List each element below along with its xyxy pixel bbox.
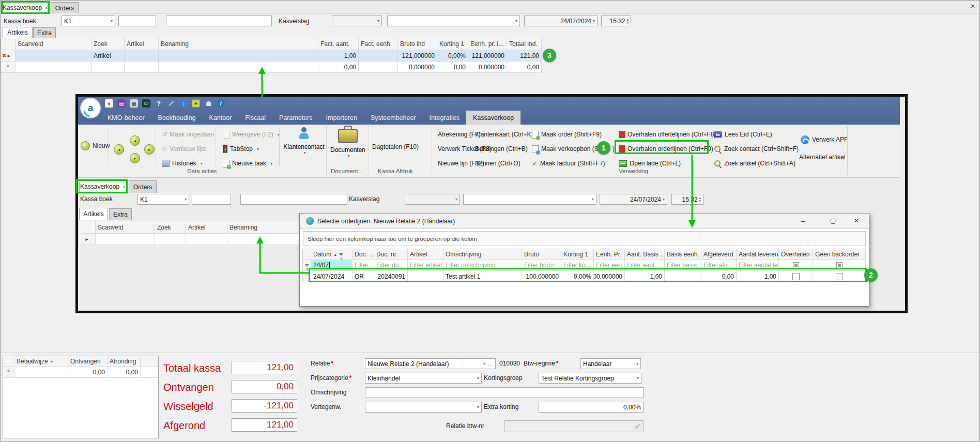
ribbon-betalingen[interactable]: Betalingen (Ctrl+B) <box>475 144 528 154</box>
inner-col-zoek[interactable]: Zoek <box>155 221 186 234</box>
menu-boekhouding[interactable]: Boekhouding <box>151 111 203 125</box>
ribbon-afrekening[interactable]: Afrekening (F7) <box>438 130 481 139</box>
dlg-col-omschrijving[interactable]: Omschrijving <box>443 249 522 260</box>
col-ontvangen[interactable]: Ontvangen <box>68 356 108 367</box>
ribbon-nieuwe-taak[interactable]: +Nieuwe taak▾ <box>223 159 272 168</box>
pay-row-betaalwijze[interactable] <box>14 367 68 378</box>
row2-scanveld[interactable] <box>16 62 91 73</box>
nav-first-button[interactable]: ◂ <box>114 144 124 155</box>
dlg-col-aantal-leveren[interactable]: Aantal leveren <box>737 249 779 260</box>
ribbon-overhalen-offerte[interactable]: Overhalen offertelijnen (Ctrl+F8) <box>619 130 716 139</box>
date-picker[interactable]: 24/07/2024 ▾ <box>524 16 598 26</box>
dlg-col-artikel[interactable]: Artikel <box>408 249 443 260</box>
relatie-select[interactable]: Nieuwe Relatie 2 (Handelaar) ▾ ... <box>365 358 496 369</box>
menu-kmo-beheer[interactable]: KMO-beheer <box>101 111 151 125</box>
archive-icon[interactable]: ▤ <box>117 99 126 108</box>
inner-row-scanveld[interactable] <box>96 234 155 245</box>
col-artikel[interactable]: Artikel <box>125 38 159 50</box>
inner-date-picker[interactable]: 24/07/2024▾ <box>600 194 667 205</box>
ribbon-bonnen[interactable]: Bonnen (Ctrl+O) <box>475 159 520 168</box>
inner-row-artikel[interactable] <box>186 234 227 245</box>
info-icon[interactable]: i <box>217 99 225 108</box>
ribbon-klantencontact[interactable]: Klantencontact ▾ <box>282 127 326 167</box>
kasverslag-select-2[interactable]: ▾ <box>387 16 520 26</box>
col-fact-aant[interactable]: Fact. aant. <box>318 38 359 50</box>
row1-totaal[interactable]: 121,00 <box>507 50 542 62</box>
ribbon-klantenkaart[interactable]: Klantenkaart (Ctrl+K) <box>475 130 533 139</box>
spin-down-icon[interactable]: ▾ <box>626 21 629 24</box>
inner-col-scanveld[interactable]: Scanveld <box>96 221 155 234</box>
menu-kassaverkoop[interactable]: Kassaverkoop <box>466 111 520 125</box>
row2-artikel[interactable] <box>125 62 159 73</box>
row2-bruto[interactable]: 0,000000 <box>398 62 437 73</box>
tools-icon[interactable] <box>167 99 175 108</box>
menu-parameters[interactable]: Parameters <box>272 111 319 125</box>
col-korting[interactable]: Korting 1 <box>437 38 468 50</box>
spin-down-icon[interactable]: ▾ <box>699 200 701 203</box>
kassa-field-1[interactable] <box>118 16 156 26</box>
row1-korting[interactable]: 0,00% <box>437 50 468 62</box>
inner-kassa-boek-select[interactable]: K1▾ <box>137 194 189 205</box>
menu-systeembeheer[interactable]: Systeembeheer <box>364 111 423 125</box>
menu-importeren[interactable]: Importeren <box>319 111 364 125</box>
row2-totaal[interactable]: 0,00 <box>507 62 542 73</box>
time-stepper[interactable]: 15:32 ▴▾ <box>601 16 631 26</box>
dlg-col-geen-backorder[interactable]: Geen backorder <box>813 249 866 260</box>
col-betaalwijze[interactable]: Betaalwijze▲ <box>14 356 68 367</box>
row1-artikel[interactable] <box>125 50 159 62</box>
btw-regime-select[interactable]: Handelaar ▾ <box>580 358 641 369</box>
dlg-col-overhalen[interactable]: Overhalen <box>779 249 813 260</box>
minimize-icon[interactable]: – <box>801 217 805 225</box>
dlg-col-aant-basis[interactable]: Aant. Basis ... <box>625 249 665 260</box>
nav-prev-button[interactable]: ◂ <box>130 135 140 146</box>
kortingsgroep-select[interactable]: Test Relatie Kortingsgroep ▾ <box>539 373 641 384</box>
dlg-col-korting[interactable]: Korting 1 <box>561 249 594 260</box>
calculator-icon[interactable]: ▦ <box>130 99 138 108</box>
menu-fiscaal[interactable]: Fiscaal <box>238 111 272 125</box>
inner-kasverslag-select-1[interactable]: ▾ <box>405 194 460 205</box>
row2-fact-aant[interactable]: 0,00 <box>318 62 359 73</box>
subtab-extra[interactable]: Extra <box>33 27 56 38</box>
delete-icon[interactable]: ✖ <box>2 53 6 58</box>
nav-next-button[interactable]: ▸ <box>130 153 140 163</box>
omschrijving-field[interactable] <box>365 387 644 398</box>
ribbon-historiek[interactable]: Historiek▾ <box>162 159 203 168</box>
row2-eenh-pr[interactable]: 0,000000 <box>468 62 507 73</box>
group-by-bar[interactable]: Sleep hier een kolomkop naar toe om te g… <box>303 231 866 246</box>
ribbon-alternatief-artikel[interactable]: Alternatief artikel <box>799 153 845 162</box>
ribbon-zoek-contact[interactable]: Zoek contact (Ctrl+Shift+F) <box>714 144 799 154</box>
inner-time-stepper[interactable]: 15:32▴▾ <box>671 194 703 205</box>
inner-tab-orders[interactable]: Orders <box>129 180 157 193</box>
subtab-artikels[interactable]: Artikels <box>3 27 33 38</box>
add-icon[interactable]: + <box>192 99 200 108</box>
col-benaming[interactable]: Benaming <box>159 38 318 50</box>
ribbon-vernieuw-lijst[interactable]: ↻Vernieuw lijst <box>162 144 206 154</box>
row1-fact-aant[interactable]: 1,00 <box>318 50 359 62</box>
prijscategorie-select[interactable]: Kleinhandel ▾ <box>365 373 482 384</box>
dlg-col-basis-eenh[interactable]: Basis eenh. <box>665 249 701 260</box>
inner-kassa-field-2[interactable] <box>240 194 347 205</box>
pay-row-ontvangen[interactable]: 0,00 <box>68 367 108 378</box>
dlg-col-datum[interactable]: Datum▲ <box>311 249 353 260</box>
csharp-icon[interactable]: C# <box>142 99 150 108</box>
row1-fact-eenh[interactable] <box>359 50 398 62</box>
cards-icon[interactable]: ♦ <box>105 99 113 108</box>
extra-korting-field[interactable]: 0,00% <box>539 402 644 413</box>
window-close-icon[interactable]: ✕ <box>970 3 975 10</box>
maximize-icon[interactable]: ▢ <box>830 217 836 224</box>
help-icon[interactable]: ? <box>155 99 163 108</box>
col-scanveld[interactable]: Scanveld <box>16 38 91 50</box>
row1-benaming[interactable] <box>159 50 318 62</box>
browse-icon[interactable]: ... <box>487 361 493 367</box>
menu-kantoor[interactable]: Kantoor <box>203 111 239 125</box>
inner-col-artikel[interactable]: Artikel <box>186 221 227 234</box>
dlg-col-afgeleverd[interactable]: Afgeleverd <box>701 249 737 260</box>
kassa-field-2[interactable] <box>166 16 272 26</box>
close-icon[interactable]: ✕ <box>854 217 859 224</box>
inner-subtab-artikels[interactable]: Artikels <box>79 208 108 220</box>
kasverslag-select-1[interactable]: ▾ <box>332 16 382 26</box>
inner-subtab-extra[interactable]: Extra <box>109 208 132 220</box>
dlg-col-bruto[interactable]: Bruto <box>522 249 561 260</box>
row2-fact-eenh[interactable] <box>359 62 398 73</box>
ribbon-nieuw[interactable]: Nieuw <box>81 141 110 150</box>
